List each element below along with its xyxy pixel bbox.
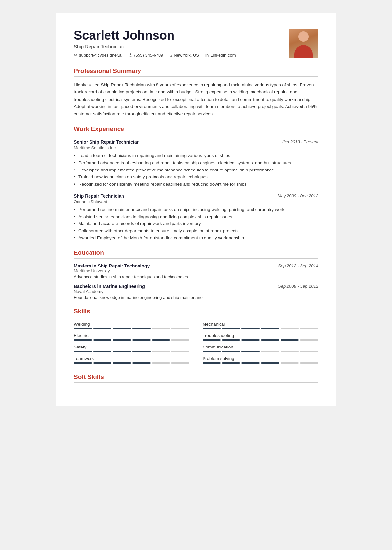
skill-segment-filled [203, 351, 221, 352]
skill-segment-empty [171, 328, 189, 329]
edu-header: Bachelors in Marine EngineeringSep 2008 … [74, 284, 318, 289]
education-divider [74, 258, 318, 259]
skill-segment-empty [281, 351, 299, 352]
candidate-name: Scarlett Johnson [74, 29, 289, 42]
skill-name: Electrical [74, 333, 189, 338]
contact-phone: ✆ (555) 345-6789 [129, 53, 163, 57]
job-company: Maritime Solutions Inc. [74, 145, 318, 150]
skill-segment-filled [222, 351, 240, 352]
edu-degree: Masters in Ship Repair Technology [74, 263, 150, 268]
skill-segment-filled [93, 328, 112, 329]
education-title: Education [74, 249, 318, 256]
candidate-job-title: Ship Repair Technician [74, 44, 289, 49]
jobs-container: Senior Ship Repair TechnicianJan 2013 - … [74, 139, 318, 241]
skill-segment-empty [300, 351, 318, 352]
edu-header: Masters in Ship Repair TechnologySep 201… [74, 263, 318, 268]
skill-segment-empty [152, 351, 170, 352]
skill-segment-filled [261, 339, 279, 341]
skill-segment-filled [203, 362, 221, 364]
avatar [289, 29, 318, 58]
skill-segment-empty [152, 328, 170, 329]
skill-item: Problem-solving [203, 356, 318, 364]
skill-segment-filled [132, 362, 151, 364]
skill-item: Teamwork [74, 356, 189, 364]
header-section: Scarlett Johnson Ship Repair Technician … [74, 29, 318, 58]
skill-item: Electrical [74, 333, 189, 341]
contact-row: ✉ support@cvdesigner.ai ✆ (555) 345-6789… [74, 53, 289, 57]
avatar-body [294, 45, 313, 58]
skill-bar [74, 328, 189, 329]
email-icon: ✉ [74, 53, 77, 57]
summary-divider [74, 76, 318, 77]
job-entry: Ship Repair TechnicianMay 2009 - Dec 201… [74, 193, 318, 241]
skill-bar [203, 328, 318, 329]
job-title-text: Senior Ship Repair Technician [74, 139, 139, 145]
skill-segment-filled [241, 339, 260, 341]
job-dates: Jan 2013 - Present [282, 139, 318, 144]
list-item: Lead a team of technicians in repairing … [74, 152, 318, 159]
skill-segment-filled [132, 351, 151, 352]
skill-segment-filled [74, 351, 92, 352]
list-item: Assisted senior technicians in diagnosin… [74, 213, 318, 220]
education-section: Education Masters in Ship Repair Technol… [74, 249, 318, 300]
edu-desc: Foundational knowledge in marine enginee… [74, 295, 318, 300]
skill-segment-filled [113, 362, 131, 364]
skill-segment-filled [261, 362, 279, 364]
header-info: Scarlett Johnson Ship Repair Technician … [74, 29, 289, 57]
edu-dates: Sep 2008 - Sep 2012 [278, 284, 318, 289]
skill-segment-filled [74, 339, 92, 341]
skill-segment-empty [171, 362, 189, 364]
skill-name: Welding [74, 322, 189, 327]
edu-degree: Bachelors in Marine Engineering [74, 284, 145, 289]
skill-segment-filled [93, 339, 112, 341]
skill-segment-filled [93, 351, 112, 352]
edu-school: Maritime University [74, 268, 318, 273]
skill-segment-empty [300, 362, 318, 364]
list-item: Awarded Employee of the Month for outsta… [74, 235, 318, 242]
skill-segment-empty [300, 328, 318, 329]
skill-name: Safety [74, 345, 189, 349]
phone-icon: ✆ [129, 53, 132, 57]
skill-segment-filled [281, 339, 299, 341]
skill-segment-filled [261, 328, 279, 329]
skill-segment-filled [222, 362, 240, 364]
summary-section: Professional Summary Highly skilled Ship… [74, 67, 318, 118]
summary-text: Highly skilled Ship Repair Technician wi… [74, 81, 318, 118]
skill-bar [74, 351, 189, 352]
skill-segment-filled [222, 328, 240, 329]
job-entry: Senior Ship Repair TechnicianJan 2013 - … [74, 139, 318, 187]
edu-school: Naval Academy [74, 289, 318, 294]
edu-dates: Sep 2012 - Sep 2014 [278, 263, 318, 268]
skill-segment-filled [152, 339, 170, 341]
skill-segment-empty [281, 362, 299, 364]
skill-bar [203, 339, 318, 341]
skill-segment-filled [203, 328, 221, 329]
skills-grid: WeldingMechanicalElectricalTroubleshooti… [74, 322, 318, 365]
work-experience-title: Work Experience [74, 125, 318, 133]
edu-entry: Bachelors in Marine EngineeringSep 2008 … [74, 284, 318, 300]
contact-location: ⌂ NewYork, US [170, 53, 199, 57]
skill-item: Troubleshooting [203, 333, 318, 341]
list-item: Collaborated with other departments to e… [74, 227, 318, 235]
skill-segment-empty [171, 339, 189, 341]
skill-name: Mechanical [203, 322, 318, 327]
job-company: Oceanic Shipyard [74, 199, 318, 204]
edu-container: Masters in Ship Repair TechnologySep 201… [74, 263, 318, 300]
edu-desc: Advanced studies in ship repair techniqu… [74, 274, 318, 279]
soft-skills-divider [74, 382, 318, 383]
skill-name: Teamwork [74, 356, 189, 361]
soft-skills-section: Soft Skills [74, 373, 318, 383]
skill-segment-filled [74, 362, 92, 364]
skills-title: Skills [74, 308, 318, 315]
job-bullets: Performed routine maintenance and repair… [74, 206, 318, 241]
contact-linkedin: in LinkedIn.com [205, 53, 236, 57]
list-item: Developed and implemented preventive mai… [74, 167, 318, 174]
skill-bar [74, 362, 189, 364]
list-item: Performed advanced troubleshooting and r… [74, 159, 318, 167]
linkedin-icon: in [205, 53, 209, 57]
skill-segment-empty [261, 351, 279, 352]
edu-entry: Masters in Ship Repair TechnologySep 201… [74, 263, 318, 279]
summary-title: Professional Summary [74, 67, 318, 74]
skills-divider [74, 317, 318, 317]
skill-segment-filled [113, 351, 131, 352]
